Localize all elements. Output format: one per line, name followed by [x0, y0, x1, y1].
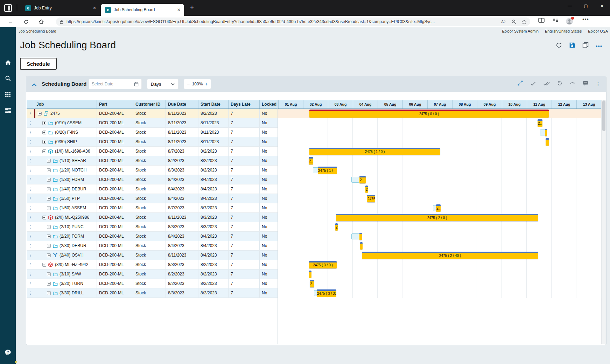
row-kebab-icon[interactable]: ⋮ [27, 184, 34, 194]
gantt-bar[interactable]: 2475 ( 2 / 40 ) [362, 252, 538, 259]
expand-node-icon[interactable] [47, 187, 51, 191]
close-button[interactable]: ✕ [594, 0, 610, 12]
url-bar[interactable]: https://epicorsi/kinetic/apps/erp/home/#… [56, 18, 530, 26]
gantt-bar[interactable]: 2.. [538, 119, 542, 127]
page-more-icon[interactable]: ••• [596, 43, 602, 49]
apps-grid-icon[interactable] [0, 89, 16, 100]
row-kebab-icon[interactable]: ⋮ [27, 194, 34, 203]
header-due-date[interactable]: Due Date [166, 100, 198, 108]
gantt-bar[interactable]: 2475 ( 1 / [318, 167, 337, 174]
table-row[interactable]: ⋮(2/0) ML-Q250986DCD-200-MLStock8/11/202… [27, 213, 278, 222]
schedule-button[interactable]: Schedule [20, 58, 57, 70]
expand-node-icon[interactable] [42, 121, 46, 125]
header-customer-id[interactable]: Customer ID [133, 100, 166, 108]
expand-node-icon[interactable] [47, 234, 51, 238]
gantt-bar[interactable] [546, 138, 549, 146]
expand-icon[interactable] [518, 80, 523, 87]
tab-actions-icon[interactable] [4, 4, 12, 12]
expand-node-icon[interactable] [42, 131, 46, 134]
gantt-scrollbar[interactable] [601, 100, 606, 344]
table-row[interactable]: ⋮(1/40) DEBURDCD-200-MLStock8/4/20238/4/… [27, 184, 278, 194]
collections-icon[interactable] [552, 18, 559, 23]
header-part[interactable]: Part [97, 100, 133, 108]
gantt-bar[interactable]: 2475 ( 1 / 0 ) [309, 148, 440, 155]
expand-node-icon[interactable] [47, 272, 51, 276]
expand-node-icon[interactable] [47, 178, 51, 182]
tab-close-icon[interactable]: ✕ [177, 7, 181, 12]
expand-node-icon[interactable] [47, 282, 51, 286]
table-row[interactable]: ⋮(0/10) ASSEMDCD-200-MLStock8/11/20238/1… [27, 118, 278, 128]
row-kebab-icon[interactable]: ⋮ [27, 260, 34, 269]
back-icon[interactable]: ← [6, 18, 15, 26]
expand-node-icon[interactable] [47, 225, 51, 229]
collapse-node-icon[interactable] [42, 216, 46, 219]
comments-icon[interactable] [583, 81, 588, 87]
panel-kebab-icon[interactable]: ⋮ [596, 81, 601, 87]
gantt-bar[interactable] [309, 271, 311, 278]
table-row[interactable]: ⋮(2/30) DEBURDCD-200-MLStock8/4/20238/4/… [27, 241, 278, 251]
header-job[interactable]: Job [34, 100, 97, 108]
row-kebab-icon[interactable]: ⋮ [27, 251, 34, 260]
gantt-bar[interactable]: 2.. [309, 157, 313, 164]
favorite-star-icon[interactable] [521, 19, 527, 24]
row-kebab-icon[interactable]: ⋮ [27, 270, 34, 279]
row-kebab-icon[interactable]: ⋮ [27, 128, 34, 137]
save-icon[interactable] [569, 42, 575, 50]
row-kebab-icon[interactable]: ⋮ [27, 232, 34, 241]
browser-tab-job-scheduling-board[interactable]: e Job Scheduling Board ✕ [101, 4, 184, 16]
gantt-bar[interactable]: 2475 [367, 195, 375, 202]
tab-close-icon[interactable]: ✕ [93, 6, 96, 10]
grid-gantt-splitter[interactable] [278, 100, 278, 344]
table-row[interactable]: ⋮(3/20) TURNDCD-200-MLStock8/2/20238/2/2… [27, 279, 278, 288]
table-row[interactable]: ⋮(3/0) ML-HZ-4942DCD-200-MLStock8/3/2023… [27, 260, 278, 270]
row-kebab-icon[interactable]: ⋮ [27, 109, 34, 118]
gantt-bar[interactable]: 2475 ( 3 / 30 [317, 289, 336, 297]
expand-node-icon[interactable] [42, 140, 46, 144]
gantt-bar[interactable] [359, 233, 362, 240]
calendar-icon[interactable] [134, 82, 139, 86]
home-icon[interactable] [37, 18, 45, 26]
zoom-out-button[interactable]: − [187, 81, 190, 87]
table-row[interactable]: ⋮(1/20) NOTCHDCD-200-MLStock8/3/20238/2/… [27, 166, 278, 175]
overlay-windows-icon[interactable] [582, 42, 589, 50]
gantt-bar[interactable]: 2475 ( 0 / 0 ) [309, 110, 549, 118]
collapse-chevron-icon[interactable] [32, 82, 37, 88]
gantt-setup-block[interactable] [540, 130, 545, 135]
table-row[interactable]: ⋮(3/30) DRILLDCD-200-MLStock8/3/20238/2/… [27, 288, 278, 298]
table-row[interactable]: ⋮(1/50) PTPDCD-200-MLStock8/4/20238/4/20… [27, 194, 278, 203]
expand-node-icon[interactable] [47, 253, 51, 257]
header-start-date[interactable]: Start Date [198, 100, 229, 108]
table-row[interactable]: ⋮2475DCD-200-MLStock8/11/20238/2/20237No [27, 109, 278, 118]
header-days-late[interactable]: Days Late [229, 100, 260, 108]
session-user[interactable]: Epicor System Admin [502, 29, 539, 33]
row-kebab-icon[interactable]: ⋮ [27, 203, 34, 212]
new-tab-button[interactable]: + [190, 4, 194, 11]
collapse-node-icon[interactable] [42, 149, 46, 153]
breadcrumb[interactable]: Job Scheduling Board [19, 29, 56, 33]
undo-icon[interactable] [557, 80, 562, 87]
table-row[interactable]: ⋮(3/10) SAWDCD-200-MLStock8/2/20238/2/20… [27, 270, 278, 279]
zoom-in-button[interactable]: + [205, 81, 208, 87]
row-kebab-icon[interactable]: ⋮ [27, 118, 34, 127]
collapse-node-icon[interactable] [38, 112, 42, 115]
expand-node-icon[interactable] [47, 168, 51, 172]
gantt-bar[interactable] [360, 242, 363, 250]
table-row[interactable]: ⋮(2/40) OSVHDCD-200-MLStock8/11/20238/4/… [27, 251, 278, 260]
row-kebab-icon[interactable]: ⋮ [27, 156, 34, 165]
row-kebab-icon[interactable]: ⋮ [27, 279, 34, 288]
page-refresh-icon[interactable] [556, 42, 562, 50]
apply-check-icon[interactable] [530, 81, 536, 87]
expand-node-icon[interactable] [47, 291, 51, 295]
gantt-bar[interactable]: 2475 ( 2 / 0 ) [336, 214, 538, 221]
profile-avatar[interactable] [566, 18, 573, 25]
gantt-setup-block[interactable] [351, 177, 359, 183]
split-screen-icon[interactable] [538, 18, 545, 23]
home-nav-icon[interactable] [0, 57, 16, 68]
table-row[interactable]: ⋮(0/20) F-INSDCD-200-MLStock8/11/20238/1… [27, 128, 278, 137]
read-aloud-icon[interactable]: A [501, 19, 506, 24]
scrollbar-thumb[interactable] [602, 100, 605, 131]
session-company[interactable]: Epicor USA [588, 29, 608, 33]
table-row[interactable]: ⋮(0/30) SHIPDCD-200-MLStock8/11/20238/11… [27, 137, 278, 147]
gantt-bar[interactable] [545, 129, 547, 136]
browser-menu-icon[interactable]: ••• [582, 16, 589, 22]
